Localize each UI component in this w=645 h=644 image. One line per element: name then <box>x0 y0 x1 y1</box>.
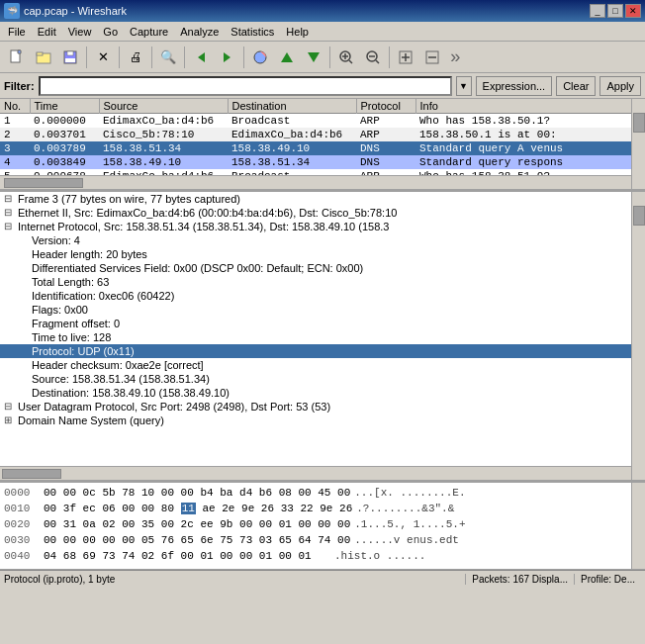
packet-vscroll[interactable] <box>631 99 645 189</box>
clear-button[interactable]: Clear <box>556 76 596 96</box>
menu-file[interactable]: File <box>2 24 32 40</box>
tb-find[interactable]: 🔍 <box>155 45 181 70</box>
detail-row[interactable]: Header checksum: 0xae2e [correct] <box>0 358 645 372</box>
svg-marker-10 <box>308 52 320 62</box>
tb-prev[interactable] <box>188 45 214 70</box>
detail-row[interactable]: Header length: 20 bytes <box>0 247 645 261</box>
hex-dump: 000000 00 0c 5b 78 10 00 00 b4 ba d4 b6 … <box>0 483 645 570</box>
col-dest[interactable]: Destination <box>228 99 356 114</box>
detail-row[interactable]: Source: 158.38.51.34 (158.38.51.34) <box>0 372 645 386</box>
detail-text: Version: 4 <box>32 234 80 246</box>
menu-edit[interactable]: Edit <box>32 24 62 40</box>
detail-row[interactable]: Identification: 0xec06 (60422) <box>0 289 645 303</box>
status-packets[interactable]: Packets: 167 Displa... <box>465 574 574 585</box>
menu-statistics[interactable]: Statistics <box>225 24 280 40</box>
detail-row[interactable]: Total Length: 63 <box>0 275 645 289</box>
detail-vscroll[interactable] <box>631 192 645 480</box>
expand-icon[interactable]: ⊟ <box>4 193 16 204</box>
packet-cell: Standard query A venus <box>415 141 645 155</box>
tb-zoom-out[interactable] <box>360 45 386 70</box>
filter-input[interactable] <box>39 76 452 96</box>
minimize-button[interactable]: _ <box>590 4 605 18</box>
tb-next[interactable] <box>215 45 240 70</box>
hex-bytes: 04 68 69 73 74 02 6f 00 01 00 00 01 00 0… <box>44 548 330 564</box>
hex-offset: 0030 <box>4 532 40 548</box>
expression-button[interactable]: Expression... <box>476 76 553 96</box>
tb-new[interactable] <box>4 45 30 70</box>
col-info[interactable]: Info <box>415 99 645 114</box>
detail-row[interactable]: Differentiated Services Field: 0x00 (DSC… <box>0 261 645 275</box>
expand-icon[interactable]: ⊞ <box>4 414 16 425</box>
hex-bytes: 00 31 0a 02 00 35 00 2c ee 9b 00 00 01 0… <box>44 516 350 532</box>
detail-row[interactable]: ⊟Internet Protocol, Src: 158.38.51.34 (1… <box>0 220 645 233</box>
detail-row[interactable]: Destination: 158.38.49.10 (158.38.49.10) <box>0 386 645 400</box>
packet-cell: DNS <box>356 155 415 169</box>
detail-text: Header length: 20 bytes <box>32 248 147 260</box>
col-time[interactable]: Time <box>30 99 99 114</box>
expand-icon[interactable]: ⊟ <box>4 207 16 218</box>
vscroll-thumb[interactable] <box>633 113 645 133</box>
tb-close[interactable]: ✕ <box>90 45 116 70</box>
packet-cell: 0.003701 <box>30 128 99 141</box>
menu-analyze[interactable]: Analyze <box>174 24 225 40</box>
packet-hscroll[interactable] <box>0 175 631 189</box>
tb-down[interactable] <box>301 45 326 70</box>
packet-row[interactable]: 20.003701Cisco_5b:78:10EdimaxCo_ba:d4:b6… <box>0 128 645 141</box>
hex-ascii: .hist.o ...... <box>334 548 425 564</box>
detail-text: Fragment offset: 0 <box>32 318 120 329</box>
expand-icon[interactable]: ⊟ <box>4 401 16 412</box>
packet-cell: 158.38.50.1 is at 00: <box>415 128 645 141</box>
toolbar-overflow[interactable]: » <box>450 47 461 67</box>
toolbar-separator-7 <box>389 46 390 68</box>
title-controls[interactable]: _ □ ✕ <box>590 4 641 18</box>
detail-row[interactable]: Protocol: UDP (0x11) <box>0 344 645 358</box>
packet-row[interactable]: 40.003849158.38.49.10158.38.51.34DNSStan… <box>0 155 645 169</box>
hex-ascii: .1...5., 1....5.+ <box>354 516 465 532</box>
detail-row[interactable]: Fragment offset: 0 <box>0 317 645 330</box>
packet-cell: EdimaxCo_ba:d4:b6 <box>99 114 228 129</box>
detail-vscroll-thumb[interactable] <box>633 206 645 226</box>
tb-zoom-in[interactable] <box>333 45 359 70</box>
detail-row[interactable]: ⊞Domain Name System (query) <box>0 414 645 427</box>
packet-row[interactable]: 30.003789158.38.51.34158.38.49.10DNSStan… <box>0 141 645 155</box>
detail-row[interactable]: ⊟Frame 3 (77 bytes on wire, 77 bytes cap… <box>0 192 645 206</box>
close-button[interactable]: ✕ <box>625 4 641 18</box>
detail-hscroll-thumb[interactable] <box>2 469 61 479</box>
detail-text: Flags: 0x00 <box>32 304 88 316</box>
detail-hscroll[interactable] <box>0 466 631 480</box>
menu-go[interactable]: Go <box>97 24 124 40</box>
tb-open[interactable] <box>31 45 56 70</box>
filter-dropdown[interactable]: ▼ <box>456 76 472 96</box>
menu-help[interactable]: Help <box>280 24 315 40</box>
detail-row[interactable]: Flags: 0x00 <box>0 303 645 317</box>
detail-row[interactable]: ⊟Ethernet II, Src: EdimaxCo_ba:d4:b6 (00… <box>0 206 645 220</box>
status-profile[interactable]: Profile: De... <box>574 574 641 585</box>
col-proto[interactable]: Protocol <box>356 99 415 114</box>
tb-up[interactable] <box>274 45 300 70</box>
hscroll-thumb[interactable] <box>4 178 83 188</box>
packet-cell: Broadcast <box>228 114 356 129</box>
col-no[interactable]: No. <box>0 99 30 114</box>
col-source[interactable]: Source <box>99 99 228 114</box>
window-title: cap.pcap - Wireshark <box>24 5 127 17</box>
tb-print[interactable]: 🖨 <box>123 45 148 70</box>
maximize-button[interactable]: □ <box>607 4 623 18</box>
menu-view[interactable]: View <box>62 24 98 40</box>
menu-capture[interactable]: Capture <box>124 24 174 40</box>
tb-add[interactable] <box>393 45 418 70</box>
tb-colorize[interactable] <box>247 45 273 70</box>
expand-icon[interactable]: ⊟ <box>4 221 16 231</box>
hex-vscroll[interactable] <box>631 483 645 569</box>
tb-remove[interactable] <box>419 45 445 70</box>
detail-row[interactable]: Time to live: 128 <box>0 330 645 344</box>
svg-line-16 <box>376 60 379 63</box>
tb-save[interactable] <box>57 45 83 70</box>
svg-marker-9 <box>281 52 293 62</box>
packet-row[interactable]: 10.000000EdimaxCo_ba:d4:b6BroadcastARPWh… <box>0 114 645 129</box>
detail-row[interactable]: Version: 4 <box>0 233 645 247</box>
hex-row: 000000 00 0c 5b 78 10 00 00 b4 ba d4 b6 … <box>4 485 641 501</box>
detail-row[interactable]: ⊟User Datagram Protocol, Src Port: 2498 … <box>0 400 645 414</box>
detail-text: Source: 158.38.51.34 (158.38.51.34) <box>32 373 210 385</box>
apply-button[interactable]: Apply <box>599 76 641 96</box>
packet-cell: Standard query respons <box>415 155 645 169</box>
